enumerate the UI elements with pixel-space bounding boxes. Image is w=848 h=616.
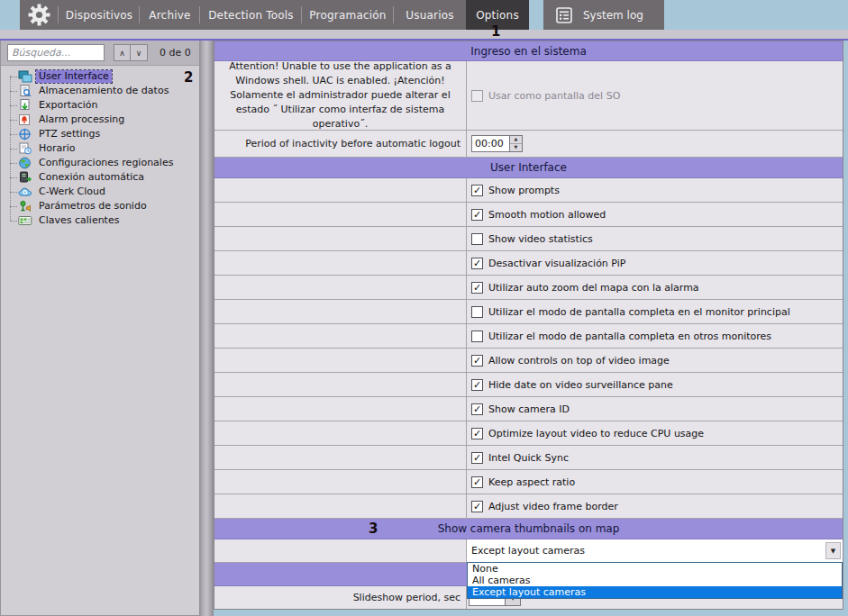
checkbox-label[interactable]: Desactivar visualización PiP bbox=[488, 258, 625, 269]
system-log-icon bbox=[555, 6, 573, 24]
search-prev-button[interactable]: ∧ bbox=[114, 44, 131, 61]
checkbox-intel-quick-sync[interactable]: ✓ bbox=[471, 452, 483, 464]
checkbox-fullscreen-other-monitors[interactable] bbox=[471, 331, 483, 342]
checkbox-keep-aspect-ratio[interactable]: ✓ bbox=[471, 476, 483, 488]
annotation-1: 1 bbox=[491, 25, 500, 39]
checkbox-row: ✓Smooth motion allowed bbox=[214, 203, 843, 227]
os-shell-label: Usar como pantalla del SO bbox=[488, 90, 620, 102]
export-icon bbox=[18, 99, 32, 112]
checkbox-optimize-cpu[interactable]: ✓ bbox=[471, 428, 483, 439]
checkbox-smooth-motion[interactable]: ✓ bbox=[471, 209, 483, 221]
schedule-icon bbox=[18, 142, 32, 155]
options-panel: Ingreso en el sistema Attention! Unable … bbox=[214, 41, 843, 610]
tree-item-user-interface[interactable]: User Interface bbox=[1, 69, 199, 84]
tree-item-cwerk-cloud[interactable]: C-Werk Cloud bbox=[1, 185, 199, 199]
tree-item-ptz-settings[interactable]: PTZ settings bbox=[1, 127, 199, 141]
sound-icon bbox=[18, 200, 32, 213]
time-spin-up-button[interactable]: ▲ bbox=[510, 136, 522, 144]
checkbox-row: ✓Allow controls on top of video image bbox=[214, 349, 843, 373]
checkbox-label[interactable]: Show camera ID bbox=[488, 403, 570, 415]
checkbox-label[interactable]: Adjust video frame border bbox=[488, 501, 618, 512]
dropdown-option-none[interactable]: None bbox=[468, 563, 842, 575]
checkbox-row: ✓Show camera ID bbox=[214, 397, 843, 421]
checkbox-disable-pip[interactable]: ✓ bbox=[471, 258, 483, 269]
checkbox-label[interactable]: Allow controls on top of video image bbox=[488, 355, 670, 367]
section-header-user-interface: User Interface bbox=[214, 158, 843, 178]
tree-item-configuraciones-regionales[interactable]: Configuraciones regionales bbox=[1, 156, 199, 170]
dropdown-option-except-layout[interactable]: Except layout cameras bbox=[468, 586, 842, 598]
annotation-2: 2 bbox=[184, 71, 193, 85]
checkbox-label[interactable]: Show video statistics bbox=[488, 233, 593, 245]
checkbox-label[interactable]: Show prompts bbox=[488, 185, 560, 196]
dropdown-option-all-cameras[interactable]: All cameras bbox=[468, 575, 842, 586]
slideshow-label: Slideshow period, sec bbox=[214, 586, 467, 609]
search-input[interactable] bbox=[7, 44, 105, 61]
section-header-thumbnails: Show camera thumbnails on map bbox=[214, 519, 843, 539]
checkbox-label[interactable]: Smooth motion allowed bbox=[488, 209, 606, 221]
tab-detection-tools[interactable]: Detection Tools bbox=[200, 0, 302, 30]
annotation-3: 3 bbox=[369, 522, 378, 536]
checkbox-show-prompts[interactable]: ✓ bbox=[471, 185, 483, 196]
globe-icon bbox=[18, 157, 32, 169]
checkbox-show-camera-id[interactable]: ✓ bbox=[471, 403, 483, 415]
tab-archive[interactable]: Archive bbox=[140, 0, 200, 30]
checkbox-adjust-frame-border[interactable]: ✓ bbox=[471, 501, 483, 512]
tab-dispositivos[interactable]: Dispositivos bbox=[59, 0, 140, 30]
gear-icon bbox=[27, 3, 51, 27]
inactivity-time-input[interactable] bbox=[471, 135, 509, 152]
settings-gear-button[interactable] bbox=[20, 0, 59, 30]
tree-item-claves-calientes[interactable]: Claves calientes bbox=[1, 213, 199, 228]
checkbox-row: ✓Hide date on video surveillance pane bbox=[214, 373, 843, 397]
hotkeys-icon bbox=[18, 214, 32, 227]
tree-item-alarm-processing[interactable]: Alarm processing bbox=[1, 113, 199, 127]
tree-item-parametros-de-sonido[interactable]: Parámetros de sonido bbox=[1, 199, 199, 213]
tree-item-almacenamiento[interactable]: Almacenamiento de datos bbox=[1, 84, 199, 98]
system-log-label: System log bbox=[583, 9, 643, 22]
checkbox-map-autozoom[interactable]: ✓ bbox=[471, 282, 483, 294]
checkbox-label[interactable]: Hide date on video surveillance pane bbox=[488, 379, 673, 391]
combobox-value: Except layout cameras bbox=[471, 545, 585, 557]
settings-sidebar: ∧ ∨ 0 de 0 User Interface Almacenamiento… bbox=[0, 41, 200, 616]
search-next-button[interactable]: ∨ bbox=[131, 44, 148, 61]
tree-item-horario[interactable]: Horario bbox=[1, 141, 199, 156]
settings-tree: User Interface Almacenamiento de datos E… bbox=[1, 66, 199, 228]
checkbox-label[interactable]: Utilizar auto zoom del mapa con la alarm… bbox=[488, 282, 699, 294]
checkbox-controls-on-video[interactable]: ✓ bbox=[471, 355, 483, 367]
checkbox-row: Utilizar el modo de pantalla completa en… bbox=[214, 324, 843, 349]
os-shell-checkbox bbox=[471, 90, 483, 102]
checkbox-label[interactable]: Intel Quick Sync bbox=[488, 452, 569, 464]
alarm-icon bbox=[18, 113, 32, 126]
cloud-icon bbox=[18, 186, 32, 198]
tab-programacion[interactable]: Programación bbox=[302, 0, 394, 30]
checkbox-label[interactable]: Utilizar el modo de pantalla completa en… bbox=[488, 331, 771, 342]
search-result-counter: 0 de 0 bbox=[160, 47, 191, 59]
checkbox-row: Show video statistics bbox=[214, 227, 843, 251]
tab-usuarios[interactable]: Usuarios bbox=[394, 0, 466, 30]
checkbox-row: ✓Optimize layout video to reduce CPU usa… bbox=[214, 421, 843, 446]
inactivity-label: Period of inactivity before automatic lo… bbox=[214, 131, 467, 157]
tree-item-conexion-automatica[interactable]: Conexión automática bbox=[1, 170, 199, 185]
thumbnails-combobox-row: Except layout cameras ▼ bbox=[214, 539, 843, 563]
search-row: ∧ ∨ 0 de 0 bbox=[1, 41, 199, 66]
checkbox-video-statistics[interactable] bbox=[471, 233, 483, 245]
checkbox-fullscreen-main-monitor[interactable] bbox=[471, 306, 483, 318]
checkbox-label[interactable]: Utilizar el modo de pantalla completa en… bbox=[488, 306, 790, 318]
sidebar-splitter[interactable] bbox=[200, 41, 214, 616]
checkbox-label[interactable]: Optimize layout video to reduce CPU usag… bbox=[488, 428, 704, 439]
toolbar-strip bbox=[0, 30, 848, 39]
tree-item-exportacion[interactable]: Exportación bbox=[1, 98, 199, 113]
thumbnails-combobox[interactable]: Except layout cameras ▼ bbox=[467, 539, 843, 562]
top-bar: Dispositivos Archive Detection Tools Pro… bbox=[0, 0, 848, 30]
combobox-arrow-icon[interactable]: ▼ bbox=[825, 542, 841, 559]
system-log-button[interactable]: System log bbox=[543, 0, 664, 30]
thumbnails-dropdown-list: None All cameras Except layout cameras bbox=[467, 562, 843, 599]
checkbox-row: ✓Utilizar auto zoom del mapa con la alar… bbox=[214, 276, 843, 300]
inactivity-row: Period of inactivity before automatic lo… bbox=[214, 131, 843, 158]
checkbox-hide-date[interactable]: ✓ bbox=[471, 379, 483, 391]
user-interface-icon bbox=[18, 70, 32, 83]
time-spin-down-button[interactable]: ▼ bbox=[510, 144, 522, 152]
checkbox-row: ✓Intel Quick Sync bbox=[214, 446, 843, 470]
checkbox-row: ✓Desactivar visualización PiP bbox=[214, 251, 843, 276]
checkbox-label[interactable]: Keep aspect ratio bbox=[488, 476, 575, 488]
checkbox-row: ✓Show prompts bbox=[214, 178, 843, 203]
